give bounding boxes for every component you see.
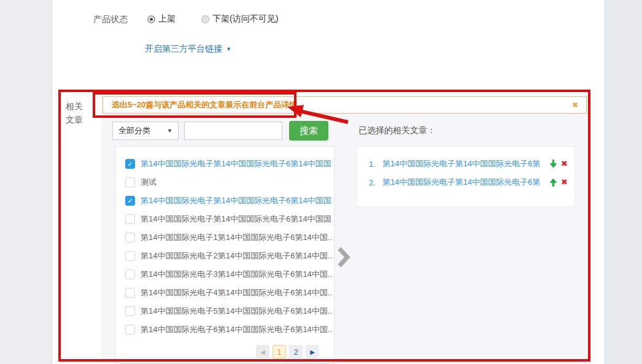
article-title-link[interactable]: 第14中国国际光电子第14中国国际光电子6第14中国国... xyxy=(141,214,332,225)
radio-option-off-shelf[interactable]: 下架(访问不可见) xyxy=(201,14,278,25)
checkbox-icon[interactable] xyxy=(125,269,135,279)
article-list-item[interactable]: ✓ 第14中国国际光电子第14中国国际光电子6第14中国国... xyxy=(125,155,334,173)
radio-option-label: 上架 xyxy=(158,14,176,25)
transfer-chevron-icon xyxy=(337,246,350,271)
checkbox-icon[interactable] xyxy=(125,233,135,242)
article-title-link[interactable]: 第14中国国际光电子1第14中国国际光电子6第14中国... xyxy=(141,232,332,243)
remove-icon[interactable]: ✖ xyxy=(561,160,568,168)
product-status-radio-group: 上架 下架(访问不可见) xyxy=(147,14,278,25)
checkbox-icon[interactable] xyxy=(125,288,135,298)
third-party-link[interactable]: 开启第三方平台链接 ▼ xyxy=(145,44,231,55)
checkbox-icon[interactable]: ✓ xyxy=(125,196,135,206)
category-select[interactable]: 全部分类 ▼ xyxy=(112,122,179,140)
close-icon[interactable]: ✖ xyxy=(572,100,578,110)
selected-article-title-link[interactable]: 第14中国国际光电子第14中国国际光电子6第1... xyxy=(382,177,541,188)
article-title-link[interactable]: 第14中国国际光电子4第14中国国际光电子6第14中国... xyxy=(141,287,332,298)
article-list-item[interactable]: 第14中国国际光电子1第14中国国际光电子6第14中国... xyxy=(125,228,334,247)
radio-unselected-icon[interactable] xyxy=(201,15,209,23)
article-list-item[interactable]: 第14中国国际光电子4第14中国国际光电子6第14中国... xyxy=(125,284,334,302)
pagination-page-button[interactable]: 1 xyxy=(273,345,286,358)
pagination: ◀ 1 2 ▶ xyxy=(256,345,319,358)
article-title-link[interactable]: 测试 xyxy=(141,177,157,188)
selected-article-title-link[interactable]: 第14中国国际光电子第14中国国际光电子6第1... xyxy=(382,158,541,169)
pagination-page-button[interactable]: 2 xyxy=(289,345,303,358)
article-title-link[interactable]: 第14中国国际光电子6第14中国国际光电子6第14中国... xyxy=(141,324,332,335)
search-button[interactable]: 搜索 xyxy=(289,121,328,141)
article-list-item[interactable]: 第14中国国际光电子3第14中国国际光电子6第14中国... xyxy=(125,265,334,284)
selected-article-actions: ✖ xyxy=(549,178,568,187)
category-select-value: 全部分类 xyxy=(118,125,150,136)
selected-articles-box: 1. 第14中国国际光电子第14中国国际光电子6第1... ✖ 2. 第14中国… xyxy=(356,146,575,207)
article-list: ✓ 第14中国国际光电子第14中国国际光电子6第14中国国... 测试 ✓ 第1… xyxy=(115,147,334,339)
article-title-link[interactable]: 第14中国国际光电子第14中国国际光电子6第14中国国... xyxy=(141,195,332,206)
selected-article-number: 2. xyxy=(369,178,382,187)
third-party-link-label: 开启第三方平台链接 xyxy=(145,44,222,55)
article-list-item[interactable]: 测试 xyxy=(125,173,334,192)
checkbox-icon[interactable] xyxy=(125,325,135,335)
radio-option-on-shelf[interactable]: 上架 xyxy=(147,14,176,25)
search-input[interactable] xyxy=(184,122,282,140)
checkbox-icon[interactable] xyxy=(125,214,135,224)
selected-article-row: 1. 第14中国国际光电子第14中国国际光电子6第1... ✖ xyxy=(369,155,574,173)
pagination-next-button[interactable]: ▶ xyxy=(306,345,319,358)
radio-selected-icon[interactable] xyxy=(147,15,155,23)
product-status-label: 产品状态 xyxy=(93,14,128,25)
notice-text: 选出5~20篇与该产品相关的文章展示在前台产品详情。 xyxy=(112,99,305,110)
chevron-down-icon: ▼ xyxy=(226,46,231,52)
article-title-link[interactable]: 第14中国国际光电子5第14中国国际光电子6第14中国... xyxy=(141,306,332,317)
notice-bar: 选出5~20篇与该产品相关的文章展示在前台产品详情。 ✖ xyxy=(102,96,587,114)
selected-article-actions: ✖ xyxy=(549,160,568,168)
move-up-icon[interactable] xyxy=(549,178,557,187)
article-title-link[interactable]: 第14中国国际光电子第14中国国际光电子6第14中国国... xyxy=(141,158,332,169)
article-list-item[interactable]: 第14中国国际光电子第14中国国际光电子6第14中国国... xyxy=(125,210,334,228)
chevron-down-icon: ▼ xyxy=(167,128,172,134)
pagination-pages: 1 2 xyxy=(273,345,303,358)
page-right-margin xyxy=(604,0,642,364)
selected-article-number: 1. xyxy=(369,160,382,169)
move-down-icon[interactable] xyxy=(549,160,557,168)
remove-icon[interactable]: ✖ xyxy=(561,178,568,187)
article-title-link[interactable]: 第14中国国际光电子3第14中国国际光电子6第14中国... xyxy=(141,269,332,280)
article-title-link[interactable]: 第14中国国际光电子2第14中国国际光电子6第14中国... xyxy=(141,250,332,261)
related-articles-section-label: 相关文章 xyxy=(66,99,87,126)
selected-articles-header: 已选择的相关文章： xyxy=(358,125,436,136)
article-list-item[interactable]: 第14中国国际光电子5第14中国国际光电子6第14中国... xyxy=(125,302,334,320)
article-list-item[interactable]: 第14中国国际光电子2第14中国国际光电子6第14中国... xyxy=(125,247,334,265)
checkbox-icon[interactable]: ✓ xyxy=(125,159,135,169)
radio-option-label: 下架(访问不可见) xyxy=(212,14,278,25)
article-list-item[interactable]: ✓ 第14中国国际光电子第14中国国际光电子6第14中国国... xyxy=(125,192,334,210)
checkbox-icon[interactable] xyxy=(125,177,135,187)
article-list-box: ✓ 第14中国国际光电子第14中国国际光电子6第14中国国... 测试 ✓ 第1… xyxy=(115,146,335,364)
article-list-item[interactable]: 第14中国国际光电子6第14中国国际光电子6第14中国... xyxy=(125,320,334,339)
pagination-prev-button[interactable]: ◀ xyxy=(256,345,269,358)
selected-article-row: 2. 第14中国国际光电子第14中国国际光电子6第1... ✖ xyxy=(369,173,574,192)
checkbox-icon[interactable] xyxy=(125,306,135,316)
page-left-margin xyxy=(0,0,52,364)
checkbox-icon[interactable] xyxy=(125,251,135,261)
